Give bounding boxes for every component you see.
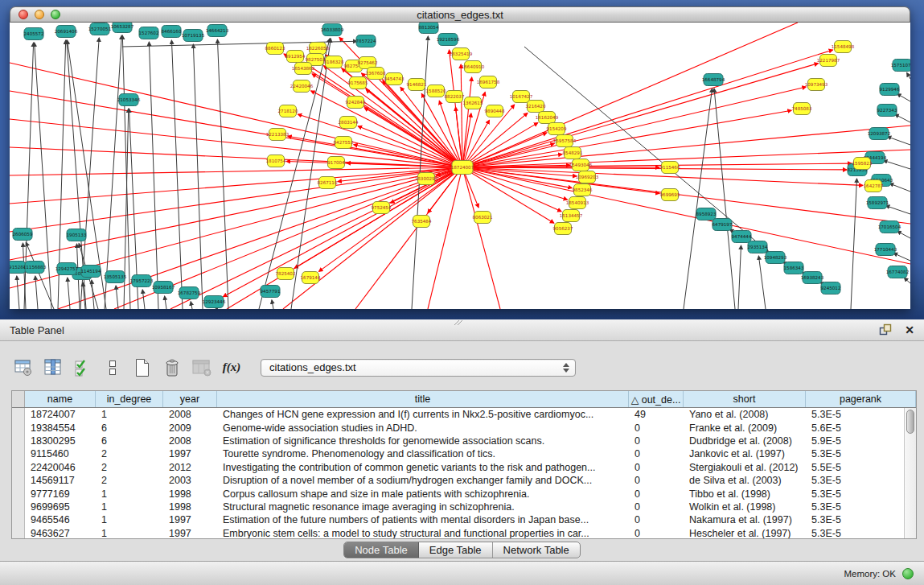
graph-node[interactable]: 2405572 <box>24 28 44 40</box>
graph-node[interactable]: 8454743 <box>384 73 405 85</box>
graph-node[interactable]: 16162049 <box>536 112 559 124</box>
graph-node[interactable]: 9890448 <box>485 105 505 117</box>
graph-node[interactable]: 10958167 <box>152 282 175 294</box>
graph-node[interactable]: 2606059 <box>13 229 33 241</box>
column-header-in_degree[interactable]: in_degree <box>96 391 163 407</box>
panel-resize-grip[interactable] <box>453 319 464 326</box>
graph-node[interactable]: 9227343 <box>877 105 897 117</box>
graph-node[interactable]: 7857224 <box>356 35 376 47</box>
table-row[interactable]: 1872400712008Changes of HCN gene express… <box>12 408 916 421</box>
minimize-button[interactable] <box>35 10 44 19</box>
graph-node[interactable]: 12217987 <box>817 55 840 67</box>
graph-node[interactable]: 1679144 <box>301 272 321 284</box>
tab-node-table[interactable]: Node Table <box>344 542 419 558</box>
graph-node[interactable]: 1586343 <box>784 262 804 274</box>
graph-node[interactable]: 8267110 <box>318 177 338 189</box>
graph-node[interactable]: 9852346 <box>573 184 593 196</box>
graph-node[interactable]: 6479197 <box>713 219 733 231</box>
graph-node[interactable]: 9242848 <box>346 97 366 109</box>
graph-node[interactable]: 8813054 <box>419 23 439 34</box>
graph-node[interactable]: 2803144 <box>339 117 359 129</box>
graph-node[interactable]: 10948293 <box>764 252 787 264</box>
graph-node[interactable]: 9175685 <box>348 77 368 89</box>
graph-node[interactable]: 16543862 <box>292 63 314 75</box>
graph-node[interactable]: 17016504 <box>878 221 901 233</box>
graph-node[interactable]: 16648794 <box>702 74 725 86</box>
graph-node[interactable]: 1588520 <box>426 85 446 97</box>
graph-node[interactable]: 10973493 <box>805 79 828 91</box>
row-height-button[interactable] <box>102 357 123 378</box>
graph-node[interactable]: 16033809 <box>321 24 344 36</box>
zoom-button[interactable] <box>51 10 60 19</box>
graph-node[interactable]: 8186328 <box>324 56 344 68</box>
graph-node[interactable]: 12093872 <box>868 128 890 140</box>
graph-node[interactable]: 9154209 <box>547 123 567 135</box>
graph-node[interactable]: 8427552 <box>334 137 354 149</box>
graph-node[interactable]: 9245012 <box>821 282 841 295</box>
graph-node[interactable]: 2935134 <box>748 241 768 253</box>
graph-node[interactable]: 18325419 <box>450 48 473 60</box>
graph-node[interactable]: 1145194 <box>81 266 101 278</box>
graph-node[interactable]: 11156883 <box>23 262 47 274</box>
graph-node[interactable]: 1527602 <box>139 27 159 39</box>
graph-node[interactable]: 15270051 <box>88 23 112 35</box>
graph-node[interactable]: 16938243 <box>801 272 824 284</box>
graph-node[interactable]: 18724007 <box>451 161 474 175</box>
table-row[interactable]: 977716911998Corpus callosum shape and si… <box>12 487 916 500</box>
graph-node[interactable]: 2718120 <box>278 105 298 117</box>
graph-node[interactable]: 13505135 <box>104 271 127 283</box>
table-row[interactable]: 946554611997Estimation of the future num… <box>12 513 916 526</box>
graph-node[interactable]: 16774082 <box>886 266 909 278</box>
graph-node[interactable]: 9146821 <box>407 79 427 91</box>
graph-node[interactable]: 7825402 <box>276 268 296 280</box>
show-columns-button[interactable] <box>43 357 64 378</box>
graph-node[interactable]: 10653287 <box>111 23 134 33</box>
graph-node[interactable]: 15493046 <box>569 159 593 171</box>
graph-node[interactable]: 8548291 <box>563 147 583 159</box>
graph-node[interactable]: 17710443 <box>874 244 897 256</box>
graph-node[interactable]: 20691406 <box>55 26 78 38</box>
graph-node[interactable]: 10719135 <box>182 30 205 42</box>
network-graph[interactable]: 2405572206914061527005110653287152760284… <box>10 23 910 309</box>
graph-node[interactable]: 14664213 <box>206 25 229 37</box>
graph-node[interactable]: 12923446 <box>203 296 226 308</box>
table-row[interactable]: 946362711997Embryonic stem cells: a mode… <box>12 527 916 538</box>
graph-node[interactable]: 12213383 <box>266 129 290 141</box>
graph-node[interactable]: 1810754 <box>266 155 286 167</box>
graph-node[interactable]: 15892971 <box>866 197 889 209</box>
table-row[interactable]: 1456911722003Disruption of a novel membe… <box>12 474 916 487</box>
graph-node[interactable]: 8466160 <box>162 26 182 38</box>
select-all-button[interactable] <box>72 357 93 378</box>
table-row[interactable]: 1938455462009Genome-wide association stu… <box>12 421 916 434</box>
graph-node[interactable]: 7635484 <box>412 216 432 228</box>
graph-node[interactable]: 17957223 <box>130 275 154 287</box>
graph-node[interactable]: 18540913 <box>566 197 589 209</box>
graph-node[interactable]: 8063021 <box>473 212 493 224</box>
column-header-pagerank[interactable]: pagerank <box>806 391 916 407</box>
graph-node[interactable]: 9699695 <box>660 189 680 201</box>
column-header-title[interactable]: title <box>217 391 629 407</box>
table-row[interactable]: 1830029562008Estimation of significance … <box>12 435 916 447</box>
graph-node[interactable]: 917004 <box>327 157 345 169</box>
table-row[interactable]: 2242004622012Investigating the contribut… <box>12 461 916 474</box>
graph-node[interactable]: 11548498 <box>832 41 855 53</box>
column-header-short[interactable]: short <box>684 391 806 407</box>
graph-node[interactable]: 9056237 <box>553 223 573 235</box>
delete-column-button[interactable] <box>162 357 183 378</box>
tab-network-table[interactable]: Network Table <box>493 542 580 558</box>
network-window-titlebar[interactable]: citations_edges.txt <box>10 6 910 23</box>
graph-node[interactable]: 18300295 <box>415 173 438 185</box>
graph-node[interactable]: 16961758 <box>477 76 500 89</box>
graph-node[interactable]: 8822037 <box>445 91 465 103</box>
graph-node[interactable]: 9115460 <box>660 162 680 174</box>
graph-node[interactable]: 8958923 <box>696 208 717 220</box>
graph-node[interactable]: 21053346 <box>117 94 141 106</box>
network-canvas[interactable]: 2405572206914061527005110653287152760284… <box>10 23 910 309</box>
graph-node[interactable]: 15134457 <box>560 210 583 222</box>
table-selector[interactable]: citations_edges.txt <box>261 359 576 377</box>
float-panel-icon[interactable] <box>879 323 893 336</box>
table-mode-button[interactable] <box>13 357 34 378</box>
graph-node[interactable]: 19218596 <box>437 34 460 46</box>
column-header-year[interactable]: year <box>163 391 217 407</box>
close-button[interactable] <box>18 10 28 19</box>
